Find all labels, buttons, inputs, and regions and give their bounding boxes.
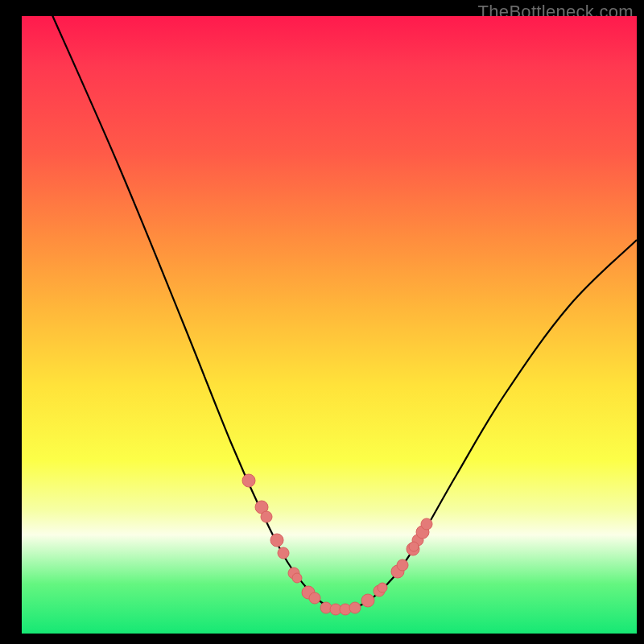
bead-left [292,573,302,583]
bead-left [309,592,320,604]
bead-right [378,583,387,592]
bead-left [242,474,255,487]
bead-group [242,474,432,615]
bead-right [421,518,432,530]
plot-area [22,16,637,634]
bead-right [397,559,408,571]
chart-frame: TheBottleneck.com [22,0,637,634]
bead-left [278,547,289,559]
bead-left [270,534,283,547]
bottleneck-curve [49,8,637,609]
bead-right [361,594,374,607]
bead-left [261,511,272,522]
bead-right [409,542,419,551]
bead-flat [349,602,361,613]
curve-layer [22,16,637,634]
